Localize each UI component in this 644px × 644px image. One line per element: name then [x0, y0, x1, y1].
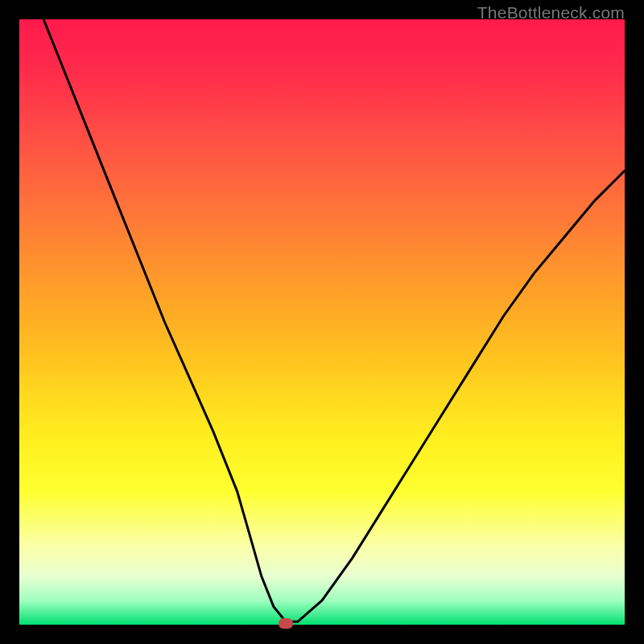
bottleneck-curve: [19, 19, 625, 625]
optimal-point-marker: [279, 618, 293, 629]
chart-area: [19, 19, 625, 625]
